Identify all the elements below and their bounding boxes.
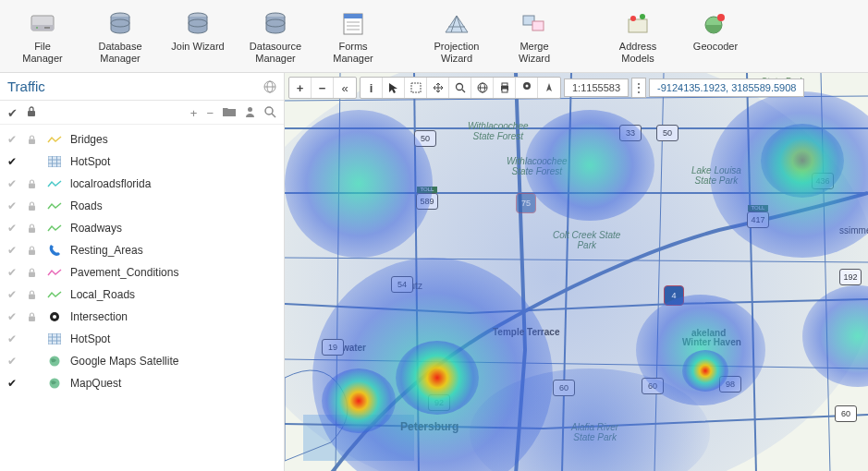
main-area: Traffic ✔ + − <box>0 73 868 471</box>
layer-check-icon[interactable]: ✔ <box>7 310 20 323</box>
layer-type-icon <box>46 176 63 191</box>
layer-type-icon <box>46 265 63 280</box>
layer-row[interactable]: ✔Pavement_Conditions <box>0 261 284 284</box>
select-box-button[interactable] <box>405 78 427 98</box>
toolbar-label: MergeWizard <box>495 41 573 65</box>
layer-label: Intersection <box>70 310 128 323</box>
zoom-icon[interactable] <box>264 106 276 120</box>
layer-controls: ✔ + − <box>0 101 284 125</box>
remove-layer-icon[interactable]: − <box>206 106 214 120</box>
layer-label: Roads <box>70 199 103 212</box>
layer-list: ✔Bridges✔HotSpot✔localroadsflorida✔Roads… <box>0 125 284 398</box>
layer-row[interactable]: ✔HotSpot <box>0 328 284 350</box>
zoom-in-button[interactable]: + <box>289 78 312 98</box>
pan-button[interactable] <box>427 78 449 98</box>
select-pointer-button[interactable] <box>383 78 405 98</box>
toolbar-forms[interactable]: FormsManager <box>314 7 392 66</box>
database-join-icon <box>181 9 214 39</box>
layer-type-icon <box>46 221 63 236</box>
globe-button[interactable] <box>471 78 494 98</box>
layer-type-icon <box>46 332 63 346</box>
layer-check-icon[interactable]: ✔ <box>7 355 20 368</box>
collapse-button[interactable]: « <box>334 78 356 98</box>
layer-check-icon[interactable]: ✔ <box>7 222 20 235</box>
toolbar-merge[interactable]: MergeWizard <box>495 7 573 66</box>
toolbar-label: Geocoder <box>677 41 754 53</box>
layer-lock-icon[interactable] <box>28 312 39 322</box>
zoom-out-button[interactable]: − <box>312 78 334 98</box>
layer-row[interactable]: ✔Resting_Areas <box>0 239 284 261</box>
layer-lock-icon[interactable] <box>28 223 39 234</box>
map-viewport[interactable]: WithlacoocheeState Forest WithlacoocheeS… <box>285 73 868 471</box>
layer-row[interactable]: ✔Local_Roads <box>0 284 284 306</box>
map-coords-display: -9124135.1923, 3185589.5908 <box>649 78 804 97</box>
layer-check-icon[interactable]: ✔ <box>7 266 20 279</box>
svg-point-20 <box>717 14 725 21</box>
layer-row[interactable]: ✔Roads <box>0 195 284 217</box>
svg-rect-40 <box>29 316 35 321</box>
layer-check-icon[interactable]: ✔ <box>7 244 20 257</box>
layer-lock-icon[interactable] <box>28 179 39 189</box>
sidebar-globe-icon[interactable] <box>263 80 276 93</box>
toolbar-label: AddressModels <box>599 41 677 65</box>
layer-row[interactable]: ✔Bridges <box>0 128 284 151</box>
toolbar-geocoder[interactable]: Geocoder <box>677 7 754 66</box>
toolbar-drive[interactable]: FileManager <box>4 7 81 66</box>
toolbar-datasource[interactable]: DatasourceManager <box>237 7 314 66</box>
svg-rect-29 <box>48 156 61 167</box>
layer-check-icon[interactable]: ✔ <box>7 332 20 345</box>
map-base: WithlacoocheeState Forest WithlacoocheeS… <box>285 73 868 471</box>
layer-lock-icon[interactable] <box>28 135 39 145</box>
svg-point-61 <box>525 84 528 87</box>
user-icon[interactable] <box>245 106 255 120</box>
toolbar-label: Join Wizard <box>159 41 237 53</box>
layer-row[interactable]: ✔MapQuest <box>0 372 284 394</box>
layer-check-icon[interactable]: ✔ <box>7 177 20 190</box>
info-button[interactable]: i <box>361 78 383 98</box>
check-all-icon[interactable]: ✔ <box>7 106 18 120</box>
layer-row[interactable]: ✔localroadsflorida <box>0 173 284 195</box>
toolbar-label: FormsManager <box>314 41 392 65</box>
toolbar-address[interactable]: AddressModels <box>599 7 677 66</box>
merge-icon <box>518 9 551 39</box>
print-button[interactable] <box>494 78 516 98</box>
zoom-extent-button[interactable] <box>449 78 471 98</box>
svg-rect-39 <box>29 294 35 299</box>
toolbar-database[interactable]: DatabaseManager <box>81 7 159 66</box>
svg-rect-37 <box>29 249 35 255</box>
toolbar-projection[interactable]: ProjectionWizard <box>418 7 495 66</box>
map-scale-display: 1:1155583 <box>564 78 629 97</box>
geocoder-icon <box>699 9 732 39</box>
folder-icon[interactable] <box>223 106 236 120</box>
svg-point-2 <box>36 27 38 29</box>
toolbar-database-join[interactable]: Join Wizard <box>159 7 237 66</box>
add-layer-icon[interactable]: + <box>190 106 198 120</box>
pin-button[interactable] <box>516 78 538 98</box>
layer-label: Resting_Areas <box>70 244 143 257</box>
layer-row[interactable]: ✔HotSpot <box>0 151 284 173</box>
sidebar-title: Traffic <box>7 78 263 94</box>
layer-lock-icon[interactable] <box>28 201 39 211</box>
drive-icon <box>26 9 59 39</box>
layer-check-icon[interactable]: ✔ <box>7 199 20 212</box>
layer-row[interactable]: ✔Intersection <box>0 306 284 328</box>
north-arrow-button[interactable] <box>538 78 560 98</box>
layer-label: Roadways <box>70 222 122 235</box>
layer-row[interactable]: ✔Google Maps Satellite <box>0 350 284 372</box>
layer-row[interactable]: ✔Roadways <box>0 217 284 239</box>
layer-type-icon <box>46 376 63 391</box>
scale-more-button[interactable]: ⋮ <box>631 78 646 98</box>
layer-check-icon[interactable]: ✔ <box>7 377 20 390</box>
layer-check-icon[interactable]: ✔ <box>7 155 20 168</box>
svg-rect-24 <box>28 111 35 116</box>
zoom-group: + − « <box>288 77 357 99</box>
layer-check-icon[interactable]: ✔ <box>7 133 20 146</box>
lock-all-icon[interactable] <box>27 106 36 120</box>
svg-rect-59 <box>502 83 507 86</box>
layer-lock-icon[interactable] <box>28 246 39 256</box>
svg-rect-50 <box>285 73 868 471</box>
layer-lock-icon[interactable] <box>28 290 39 300</box>
layer-label: Bridges <box>70 133 108 146</box>
layer-check-icon[interactable]: ✔ <box>7 288 20 301</box>
layer-lock-icon[interactable] <box>28 268 39 278</box>
